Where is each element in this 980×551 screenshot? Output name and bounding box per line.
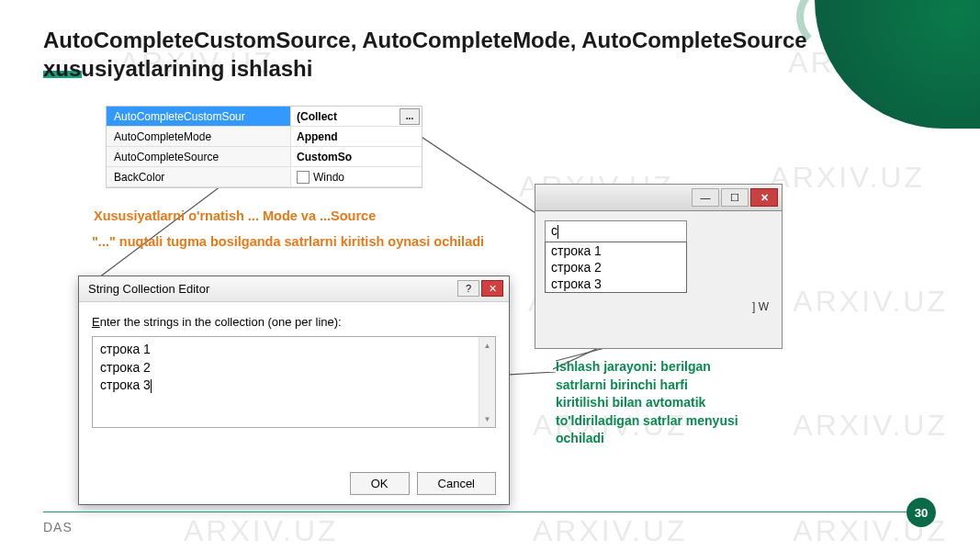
property-grid: AutoCompleteCustomSour (Collect ... Auto…	[106, 106, 422, 188]
annotation-ellipsis-button: "..." nuqtali tugma bosilganda satrlarni…	[92, 232, 487, 253]
text-cursor	[558, 225, 558, 239]
dropdown-item[interactable]: строка 2	[546, 259, 686, 276]
color-swatch-icon	[297, 171, 310, 184]
property-row-autocomplete-customsource[interactable]: AutoCompleteCustomSour (Collect ...	[107, 107, 422, 127]
dialog-instruction: Enter the strings in the collection (one…	[79, 302, 509, 336]
watermark: ARXIV.UZ	[793, 409, 948, 443]
dropdown-item[interactable]: строка 1	[546, 242, 686, 259]
watermark: ARXIV.UZ	[184, 514, 339, 548]
window-body: с строка 1 строка 2 строка 3 ] W	[535, 211, 783, 349]
status-fragment: ] W	[545, 300, 772, 313]
help-icon[interactable]: ?	[457, 280, 479, 297]
dialog-titlebar: String Collection Editor ? ✕	[79, 276, 509, 302]
dropdown-item[interactable]: строка 3	[546, 276, 686, 292]
ellipsis-button[interactable]: ...	[400, 108, 420, 125]
scroll-up-icon[interactable]: ▲	[479, 337, 495, 354]
property-value[interactable]: CustomSo	[290, 147, 422, 166]
strings-textarea[interactable]: строка 1 строка 2 строка 3 ▲ ▼	[92, 336, 496, 428]
dialog-title: String Collection Editor	[88, 282, 209, 296]
autocomplete-input[interactable]: с	[545, 220, 687, 242]
property-name: BackColor	[107, 171, 290, 184]
scroll-down-icon[interactable]: ▼	[479, 410, 495, 427]
text-line: строка 2	[100, 359, 488, 377]
property-name: AutoCompleteCustomSour	[107, 110, 290, 123]
watermark: ARXIV.UZ	[770, 161, 925, 195]
property-value[interactable]: Append	[290, 127, 422, 146]
text-cursor	[151, 379, 152, 393]
property-value[interactable]: Windo	[290, 167, 422, 186]
property-value[interactable]: (Collect ...	[290, 107, 422, 126]
property-row-autocomplete-mode[interactable]: AutoCompleteMode Append	[107, 127, 422, 147]
text-line: строка 3	[100, 377, 488, 395]
runtime-window: — ☐ ✕ с строка 1 строка 2 строка 3 ] W	[535, 184, 783, 349]
watermark: ARXIV.UZ	[533, 514, 688, 548]
autocomplete-dropdown[interactable]: строка 1 строка 2 строка 3	[545, 242, 687, 293]
vertical-scrollbar[interactable]: ▲ ▼	[479, 337, 495, 427]
annotation-set-properties: Xususiyatlarni o'rnatish ... Mode va ...…	[94, 207, 376, 227]
close-icon[interactable]: ✕	[750, 188, 778, 207]
cancel-button[interactable]: Cancel	[417, 472, 496, 495]
property-row-backcolor[interactable]: BackColor Windo	[107, 167, 422, 187]
maximize-icon[interactable]: ☐	[721, 188, 749, 207]
slide-title: AutoCompleteCustomSource, AutoCompleteMo…	[43, 26, 870, 83]
window-titlebar: — ☐ ✕	[535, 184, 783, 211]
string-collection-editor-dialog: String Collection Editor ? ✕ Enter the s…	[78, 276, 510, 505]
text-line: строка 1	[100, 341, 488, 359]
ok-button[interactable]: OK	[350, 472, 410, 495]
watermark: ARXIV.UZ	[793, 285, 948, 319]
footer-label: DAS	[43, 520, 73, 534]
annotation-runtime-behavior: Ishlash jarayoni: berilgan satrlarni bir…	[556, 358, 739, 448]
property-row-autocomplete-source[interactable]: AutoCompleteSource CustomSo	[107, 147, 422, 167]
page-number-badge: 30	[907, 498, 936, 527]
property-name: AutoCompleteSource	[107, 151, 290, 163]
footer-rule	[43, 512, 916, 512]
close-icon[interactable]: ✕	[481, 280, 503, 297]
property-name: AutoCompleteMode	[107, 130, 290, 143]
minimize-icon[interactable]: —	[692, 188, 719, 207]
